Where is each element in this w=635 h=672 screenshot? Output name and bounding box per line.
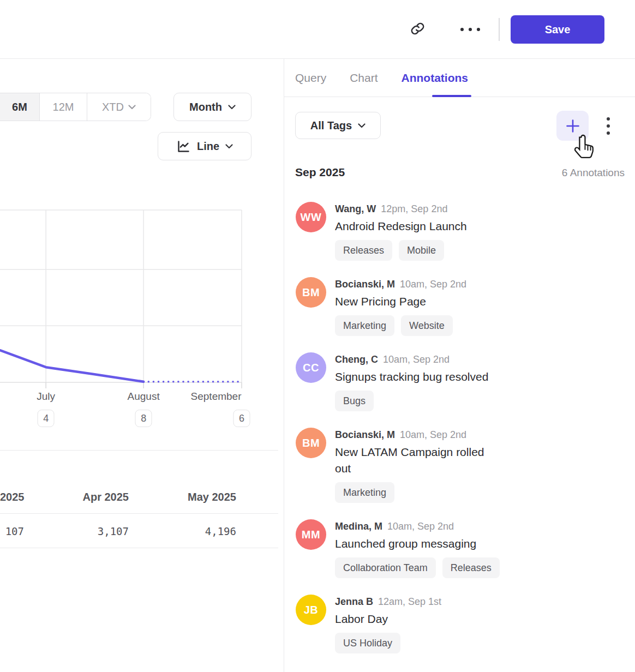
annotation-author: Bocianski, M: [335, 278, 395, 291]
annotation-list-item[interactable]: JB Jenna B 12am, Sep 1st Labor Day US Ho…: [296, 595, 623, 653]
granularity-label: Month: [189, 101, 222, 113]
chevron-down-icon: [128, 105, 136, 110]
annotation-title: Launched group messaging: [335, 536, 500, 552]
annotation-timestamp: 12am, Sep 1st: [378, 595, 441, 608]
chart-type-dropdown[interactable]: Line: [158, 132, 251, 160]
tab-annotations[interactable]: Annotations: [402, 71, 468, 85]
link-icon: [410, 21, 425, 38]
ellipsis-icon: [460, 28, 480, 31]
section-month-label: Sep 2025: [295, 166, 345, 179]
annotation-title: Android Redesign Launch: [335, 218, 467, 235]
annotation-count-badge[interactable]: 8: [135, 410, 152, 427]
data-table-header-row: 2025 Apr 2025 May 2025: [0, 450, 278, 514]
app-canvas: Save 6M 12M XTD Month Line July August: [0, 0, 635, 672]
avatar: CC: [296, 352, 326, 383]
annotation-author: Cheng, C: [335, 353, 378, 366]
kebab-icon: [607, 117, 610, 121]
chart-pane: 6M 12M XTD Month Line July August Septem…: [0, 59, 284, 672]
avatar: BM: [296, 277, 326, 308]
panel-tabs: Query Chart Annotations: [284, 59, 635, 97]
annotation-author: Bocianski, M: [335, 428, 395, 441]
annotations-menu-button[interactable]: [601, 113, 616, 139]
tab-query[interactable]: Query: [295, 71, 326, 85]
annotation-tag: US Holiday: [335, 633, 400, 653]
data-table-value-row: 107 3,107 4,196: [0, 514, 278, 548]
date-range-segmented-control: 6M 12M XTD: [0, 93, 151, 121]
annotation-list-item[interactable]: WW Wang, W 12pm, Sep 2nd Android Redesig…: [296, 202, 623, 261]
avatar: MM: [296, 519, 326, 550]
x-axis-label: July: [37, 391, 55, 403]
chart-type-label: Line: [197, 140, 219, 153]
annotation-tag: Website: [401, 315, 453, 336]
table-header-cell: May 2025: [129, 491, 236, 503]
table-value-cell: 3,107: [24, 525, 129, 537]
annotation-list-item[interactable]: BM Bocianski, M 10am, Sep 2nd New Pricin…: [296, 277, 623, 336]
line-chart-svg: [0, 209, 242, 391]
header-divider: [499, 18, 500, 41]
avatar: WW: [296, 202, 326, 232]
table-header-cell: 2025: [0, 491, 24, 503]
range-xtd-label: XTD: [102, 101, 124, 113]
tags-filter-label: All Tags: [310, 119, 352, 132]
annotation-timestamp: 10am, Sep 2nd: [383, 353, 450, 366]
add-annotation-button[interactable]: [556, 111, 589, 141]
range-xtd-button[interactable]: XTD: [87, 93, 151, 121]
chevron-down-icon: [225, 144, 233, 149]
annotations-section-header: Sep 2025 6 Annotations: [295, 166, 625, 179]
annotation-tag: Collaboration Team: [335, 557, 436, 578]
annotation-tag: Marketing: [335, 482, 394, 503]
annotation-timestamp: 10am, Sep 2nd: [400, 428, 466, 441]
annotation-title: New Pricing Page: [335, 293, 466, 310]
annotation-timestamp: 10am, Sep 2nd: [387, 520, 454, 533]
annotation-list-item[interactable]: MM Medina, M 10am, Sep 2nd Launched grou…: [296, 519, 623, 578]
annotation-tag: Bugs: [335, 391, 374, 411]
chevron-down-icon: [358, 123, 366, 128]
annotation-tag: Marketing: [335, 315, 394, 336]
annotation-list-item[interactable]: BM Bocianski, M 10am, Sep 2nd New LATAM …: [296, 428, 623, 503]
table-header-cell: Apr 2025: [24, 491, 129, 503]
annotations-panel: Query Chart Annotations All Tags Sep 202…: [284, 59, 635, 672]
plus-icon: [565, 118, 581, 134]
annotation-author: Jenna B: [335, 595, 373, 608]
table-value-cell: 107: [0, 525, 24, 537]
annotation-tag: Mobile: [399, 240, 444, 261]
line-chart-icon: [176, 139, 191, 154]
section-count-label: 6 Annotations: [562, 167, 625, 179]
tags-filter-dropdown[interactable]: All Tags: [295, 112, 381, 139]
tab-chart[interactable]: Chart: [350, 71, 378, 85]
top-header: Save: [0, 0, 635, 59]
avatar: BM: [296, 428, 326, 458]
more-options-button[interactable]: [458, 17, 483, 42]
annotation-count-badge[interactable]: 4: [38, 410, 55, 427]
range-6m-button[interactable]: 6M: [0, 93, 40, 121]
annotation-tag: Releases: [335, 240, 392, 261]
annotations-list: WW Wang, W 12pm, Sep 2nd Android Redesig…: [296, 202, 623, 670]
chevron-down-icon: [228, 105, 236, 110]
active-tab-underline: [432, 95, 471, 97]
annotation-author: Wang, W: [335, 202, 376, 215]
annotation-title: Signups tracking bug resolved: [335, 369, 488, 385]
annotation-tag: Releases: [442, 557, 500, 578]
annotation-author: Medina, M: [335, 520, 382, 533]
share-link-button[interactable]: [405, 17, 430, 42]
x-axis-label: September: [191, 391, 242, 403]
line-chart: [0, 209, 242, 391]
annotation-title: New LATAM Campaign rolled out: [335, 444, 484, 477]
granularity-dropdown[interactable]: Month: [173, 93, 251, 121]
annotation-timestamp: 10am, Sep 2nd: [400, 278, 466, 291]
annotation-title: Labor Day: [335, 611, 441, 627]
annotation-count-badge[interactable]: 6: [233, 410, 250, 427]
table-value-cell: 4,196: [129, 525, 236, 537]
save-button[interactable]: Save: [511, 15, 604, 44]
range-12m-button[interactable]: 12M: [40, 93, 87, 121]
annotation-timestamp: 12pm, Sep 2nd: [381, 202, 447, 215]
annotation-list-item[interactable]: CC Cheng, C 10am, Sep 2nd Signups tracki…: [296, 352, 623, 411]
x-axis-label: August: [128, 391, 160, 403]
avatar: JB: [296, 595, 326, 625]
